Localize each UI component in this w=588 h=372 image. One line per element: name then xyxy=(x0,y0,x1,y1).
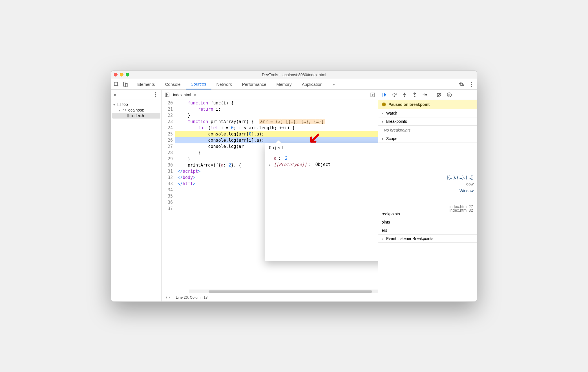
event-listener-breakpoints-panel-header[interactable]: Event Listener Breakpoints xyxy=(378,235,477,243)
chevron-down-icon xyxy=(382,119,384,124)
code-line[interactable]: for (let i = 0; i < arr.length; ++i) { xyxy=(175,125,378,131)
code-line[interactable]: } xyxy=(175,112,378,119)
scope-window-value: Window xyxy=(378,187,477,194)
scrollbar-thumb[interactable] xyxy=(209,290,372,293)
traffic-lights xyxy=(114,73,129,76)
more-tabs-icon[interactable]: » xyxy=(328,79,340,89)
line-gutter: 202122232425262728293031323334353637 xyxy=(162,100,175,293)
inspect-element-icon[interactable] xyxy=(113,81,120,87)
popup-prop-key: a xyxy=(274,156,277,161)
navigator-more-icon[interactable]: » xyxy=(114,92,116,97)
editor-statusbar: {} Line 26, Column 18 xyxy=(162,293,378,301)
step-over-icon[interactable] xyxy=(391,92,397,98)
svg-point-16 xyxy=(426,94,427,95)
file-tab[interactable]: index.html ✕ xyxy=(173,93,197,97)
paused-banner: Paused on breakpoint xyxy=(378,100,477,109)
tree-file-label: index.h xyxy=(131,113,144,118)
tab-performance[interactable]: Performance xyxy=(237,79,271,89)
horizontal-scrollbar[interactable] xyxy=(189,290,378,293)
code-line[interactable]: function func(i) { xyxy=(175,100,378,106)
svg-rect-23 xyxy=(384,103,384,104)
code-line[interactable]: console.log(arr[0].a); xyxy=(175,131,378,137)
chevron-down-icon xyxy=(118,108,121,112)
svg-rect-20 xyxy=(450,94,450,96)
scope-dow-value: dow xyxy=(378,181,477,187)
code-line[interactable]: return i; xyxy=(175,106,378,112)
tab-elements[interactable]: Elements xyxy=(132,79,160,89)
panel-tabs: Elements Console Sources Network Perform… xyxy=(132,79,340,89)
settings-icon[interactable] xyxy=(458,81,465,87)
popup-header: Object xyxy=(265,143,378,153)
main-area: » top localhost: index.h xyxy=(111,90,477,301)
svg-point-18 xyxy=(447,93,452,97)
step-into-icon[interactable] xyxy=(401,92,408,98)
more-options-icon[interactable] xyxy=(468,81,475,87)
tab-network[interactable]: Network xyxy=(211,79,237,89)
popup-prop-val: 2 xyxy=(285,156,288,161)
no-breakpoints-text: No breakpoints xyxy=(378,126,477,135)
cursor-position: Line 26, Column 18 xyxy=(176,295,208,299)
breakpoints-panel-header[interactable]: Breakpoints xyxy=(378,117,477,126)
step-out-icon[interactable] xyxy=(412,92,418,98)
debug-toolbar xyxy=(378,90,477,100)
tree-origin-label: localhost: xyxy=(127,108,144,112)
svg-point-14 xyxy=(414,96,415,97)
svg-point-10 xyxy=(394,96,395,97)
scope-arr-value: [{…}, {…}, {…}] xyxy=(378,174,477,181)
close-tab-icon[interactable]: ✕ xyxy=(193,93,197,97)
format-code-icon[interactable]: {} xyxy=(166,295,170,299)
device-toolbar-icon[interactable] xyxy=(122,81,129,87)
callstack-item[interactable]: index.html:32 xyxy=(378,206,477,210)
tree-item-file[interactable]: index.h xyxy=(112,113,160,119)
object-inspector-popup: Object a: 2 [[Prototype]]: Object xyxy=(265,143,378,261)
chevron-right-icon xyxy=(269,162,272,167)
tab-console[interactable]: Console xyxy=(160,79,186,89)
tab-sources[interactable]: Sources xyxy=(186,79,211,89)
callstack-item[interactable]: index.html:27 xyxy=(378,203,477,206)
svg-rect-19 xyxy=(449,94,449,96)
paused-text: Paused on breakpoint xyxy=(388,102,430,107)
svg-marker-7 xyxy=(372,94,374,96)
cloud-icon xyxy=(122,108,126,112)
editor-tabs: index.html ✕ xyxy=(162,90,378,100)
svg-point-12 xyxy=(404,96,405,97)
deactivate-breakpoints-icon[interactable] xyxy=(436,92,442,98)
chevron-down-icon xyxy=(382,136,384,141)
resume-icon[interactable] xyxy=(381,92,387,98)
watch-panel-header[interactable]: Watch xyxy=(378,109,477,117)
popup-property-row[interactable]: a: 2 xyxy=(269,155,378,161)
tree-top-label: top xyxy=(122,102,128,107)
debugger-sidebar: Paused on breakpoint Watch Breakpoints N… xyxy=(378,90,477,301)
tab-application[interactable]: Application xyxy=(297,79,328,89)
navigator-menu-icon[interactable] xyxy=(152,92,159,98)
devtools-window: DevTools - localhost:8080/index.html Ele… xyxy=(111,70,477,302)
tab-memory[interactable]: Memory xyxy=(271,79,297,89)
global-listeners-panel-header[interactable]: ers xyxy=(378,226,477,235)
svg-rect-22 xyxy=(384,104,384,106)
chevron-down-icon xyxy=(113,102,116,107)
tree-item-top[interactable]: top xyxy=(112,102,160,107)
svg-rect-8 xyxy=(383,93,383,97)
dom-breakpoints-panel-header[interactable]: oints xyxy=(378,218,477,226)
navigator-sidebar: » top localhost: index.h xyxy=(111,90,162,301)
popup-proto-key: [[Prototype]] xyxy=(274,162,307,167)
zoom-window-icon[interactable] xyxy=(126,73,129,76)
info-icon xyxy=(382,102,386,107)
window-title: DevTools - localhost:8080/index.html xyxy=(111,73,477,77)
frame-icon xyxy=(117,102,121,106)
main-toolbar: Elements Console Sources Network Perform… xyxy=(111,79,477,90)
toggle-navigator-icon[interactable] xyxy=(164,92,170,98)
file-icon xyxy=(126,114,130,118)
run-snippet-icon[interactable] xyxy=(370,92,376,98)
step-icon[interactable] xyxy=(422,92,428,98)
scope-panel-header[interactable]: Scope xyxy=(378,135,477,143)
pause-exceptions-icon[interactable] xyxy=(446,92,452,98)
chevron-right-icon xyxy=(382,111,384,115)
minimize-window-icon[interactable] xyxy=(120,73,123,76)
code-line[interactable]: function printArray(arr) { arr = (3) [{…… xyxy=(175,119,378,125)
close-window-icon[interactable] xyxy=(114,73,118,76)
popup-proto-val: Object xyxy=(315,162,331,167)
popup-prototype-row[interactable]: [[Prototype]]: Object xyxy=(269,161,378,168)
file-tab-label: index.html xyxy=(173,93,191,97)
tree-item-origin[interactable]: localhost: xyxy=(112,107,160,113)
